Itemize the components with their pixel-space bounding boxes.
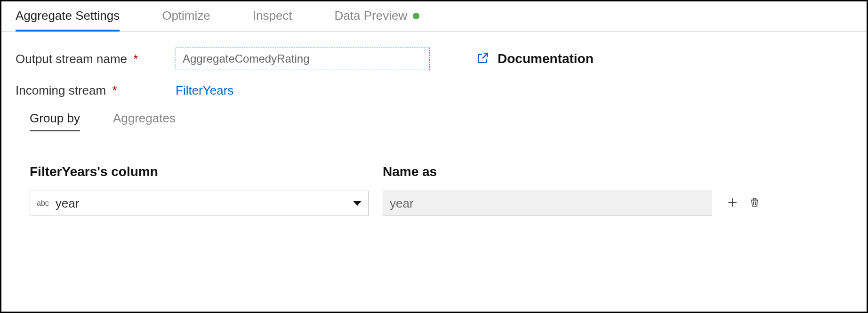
tab-data-preview[interactable]: Data Preview xyxy=(335,2,420,32)
delete-row-button[interactable] xyxy=(749,196,760,211)
subtab-label: Group by xyxy=(30,111,80,125)
subtab-label: Aggregates xyxy=(113,111,176,125)
group-by-section: FilterYears's column Name as abc year xyxy=(16,164,852,216)
required-asterisk: * xyxy=(133,52,138,66)
status-dot-icon xyxy=(413,13,419,19)
name-as-input[interactable] xyxy=(383,191,712,216)
tab-label: Aggregate Settings xyxy=(16,8,120,23)
select-value: year xyxy=(56,196,80,211)
add-row-button[interactable] xyxy=(726,196,739,211)
select-value-wrapper: abc year xyxy=(37,196,79,211)
tab-label: Data Preview xyxy=(335,8,408,23)
main-tabs: Aggregate Settings Optimize Inspect Data… xyxy=(1,1,867,32)
label-text: Incoming stream xyxy=(16,83,106,97)
type-string-icon: abc xyxy=(37,199,49,208)
tab-label: Inspect xyxy=(253,8,292,23)
source-column-header: FilterYears's column xyxy=(30,164,383,179)
incoming-stream-label: Incoming stream * xyxy=(16,83,176,98)
source-column-select[interactable]: abc year xyxy=(30,191,369,216)
tab-inspect[interactable]: Inspect xyxy=(253,2,292,32)
name-as-header: Name as xyxy=(383,164,437,179)
subtab-group-by[interactable]: Group by xyxy=(30,111,80,131)
label-text: Output stream name xyxy=(16,52,127,66)
subtab-aggregates[interactable]: Aggregates xyxy=(113,111,176,131)
settings-content: Output stream name * Documentation Incom… xyxy=(1,32,867,216)
row-actions xyxy=(726,196,760,211)
external-link-icon xyxy=(477,52,489,66)
tab-label: Optimize xyxy=(162,8,210,23)
output-stream-input[interactable] xyxy=(176,48,430,70)
output-stream-label: Output stream name * xyxy=(16,52,176,66)
aggregate-settings-panel: Aggregate Settings Optimize Inspect Data… xyxy=(0,0,868,313)
output-stream-row: Output stream name * Documentation xyxy=(16,48,852,70)
column-headers: FilterYears's column Name as xyxy=(30,164,838,179)
group-by-row: abc year xyxy=(30,191,838,216)
documentation-link[interactable]: Documentation xyxy=(477,51,594,66)
incoming-stream-row: Incoming stream * FilterYears xyxy=(16,83,852,98)
incoming-stream-link[interactable]: FilterYears xyxy=(176,83,233,98)
documentation-text: Documentation xyxy=(498,51,594,66)
chevron-down-icon xyxy=(353,201,362,206)
tab-aggregate-settings[interactable]: Aggregate Settings xyxy=(16,2,120,32)
required-asterisk: * xyxy=(112,83,117,97)
tab-optimize[interactable]: Optimize xyxy=(162,2,210,32)
sub-tabs: Group by Aggregates xyxy=(30,111,852,131)
